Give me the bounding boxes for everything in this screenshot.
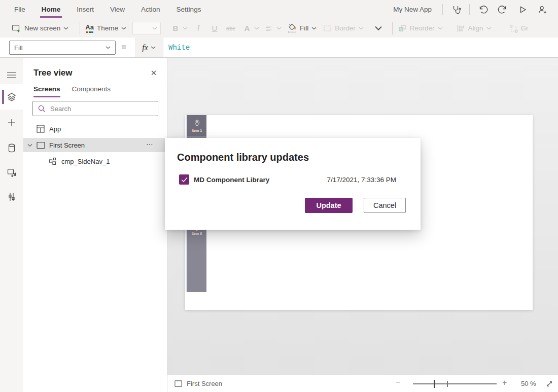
screen-icon [37, 141, 45, 149]
border-icon [323, 24, 332, 33]
tab-components[interactable]: Components [72, 85, 111, 97]
menu-settings[interactable]: Settings [168, 0, 210, 19]
app-title: My New App [393, 6, 432, 13]
component-library-updates-dialog: Component library updates MD Component L… [165, 138, 421, 230]
media-icon[interactable] [0, 162, 23, 183]
screen-checkbox-icon [175, 380, 183, 387]
font-size-dropdown[interactable] [132, 22, 161, 35]
map-pin-icon [194, 119, 200, 127]
fill-color-swatch [288, 31, 296, 33]
divider [442, 4, 443, 15]
property-dropdown[interactable]: Fill [9, 41, 116, 55]
component-icon [49, 157, 57, 165]
undo-icon[interactable] [476, 3, 490, 16]
panel-title: Tree view [33, 68, 73, 78]
menu-home[interactable]: Home [33, 0, 69, 19]
insert-plus-icon[interactable] [0, 113, 23, 133]
sidenav-item-label: Item 1 [192, 129, 202, 132]
text-align-icon [264, 24, 273, 33]
tree-row-component[interactable]: cmp_SideNav_1 [23, 154, 167, 168]
strikethrough-button[interactable]: abc [225, 25, 236, 31]
library-checkbox[interactable] [179, 174, 189, 185]
formula-input[interactable]: White [168, 43, 190, 51]
fit-to-window-icon[interactable] [545, 379, 554, 388]
checkmark-icon [181, 177, 188, 183]
font-color-button[interactable]: A [241, 24, 259, 32]
share-user-icon[interactable] [536, 3, 549, 16]
fx-icon: fx [142, 43, 148, 52]
play-preview-icon[interactable] [516, 3, 529, 16]
top-right-actions: My New App [393, 3, 558, 16]
sidenav-item-label: Item 6 [192, 232, 202, 235]
chevron-down-icon[interactable] [27, 144, 32, 147]
status-screen-label: First Screen [187, 380, 222, 387]
tree-row-label: First Screen [49, 141, 85, 149]
tree-view-icon[interactable] [0, 87, 23, 107]
new-screen-label: New screen [24, 24, 60, 32]
equals-sign: = [121, 42, 126, 52]
tab-screens[interactable]: Screens [33, 85, 60, 97]
cancel-button[interactable]: Cancel [364, 198, 406, 213]
row-more-options-icon[interactable]: ⋯ [146, 140, 154, 148]
fill-button[interactable]: Fill [288, 23, 317, 33]
group-label: Gr [521, 24, 529, 32]
zoom-slider-track[interactable] [413, 383, 497, 384]
formula-bar: Fill = fx White [0, 38, 558, 58]
zoom-in-button[interactable]: + [502, 378, 507, 387]
close-panel-icon[interactable]: ✕ [149, 68, 159, 78]
status-bar: First Screen − + 50 % [167, 375, 558, 392]
library-timestamp: 7/17/2021, 7:33:36 PM [327, 176, 396, 184]
tree-row-first-screen[interactable]: First Screen ⋯ [23, 138, 167, 152]
library-name: MD Component Library [194, 176, 269, 184]
reorder-button[interactable]: Reorder [398, 24, 443, 33]
fill-label: Fill [300, 24, 308, 32]
tree-view-panel: Tree view ✕ Screens Components App First… [23, 58, 167, 392]
theme-button[interactable]: Aa Theme [85, 23, 126, 33]
text-align-button[interactable] [264, 24, 282, 33]
left-nav-rail [0, 58, 23, 392]
tree-tabs: Screens Components [33, 85, 111, 97]
tree-row-label: cmp_SideNav_1 [61, 158, 110, 165]
advanced-tools-icon[interactable] [0, 187, 23, 207]
status-screen-item[interactable]: First Screen [175, 375, 222, 392]
fx-dropdown[interactable]: fx [135, 38, 163, 57]
app-checker-icon[interactable] [449, 3, 463, 16]
menu-action[interactable]: Action [133, 0, 168, 19]
menu-insert[interactable]: Insert [68, 0, 102, 19]
ribbon-toolbar: New screen Aa Theme B I U abc A Fill Bo [0, 19, 558, 38]
top-menu-bar: File Home Insert View Action Settings My… [0, 0, 558, 19]
align-button[interactable]: Align [456, 24, 492, 33]
border-button[interactable]: Border [323, 24, 364, 33]
italic-button[interactable]: I [193, 24, 204, 32]
update-button[interactable]: Update [305, 198, 353, 213]
toolbar-more-chevron-icon[interactable] [374, 25, 383, 31]
new-screen-button[interactable]: New screen [11, 23, 68, 33]
hamburger-menu-icon[interactable] [0, 65, 23, 85]
menu-view[interactable]: View [102, 0, 133, 19]
bold-button[interactable]: B [170, 24, 188, 32]
new-screen-icon [11, 23, 21, 33]
divider [80, 22, 80, 34]
align-icon [456, 24, 465, 33]
tree-rows: App First Screen ⋯ cmp_SideNav_1 [23, 122, 167, 170]
menu-file[interactable]: File [6, 0, 33, 19]
tree-row-app[interactable]: App [23, 122, 167, 136]
dialog-title: Component library updates [177, 152, 309, 163]
main-menu: File Home Insert View Action Settings [0, 0, 209, 19]
underline-button[interactable]: U [209, 24, 220, 32]
border-label: Border [335, 24, 356, 32]
theme-label: Theme [97, 24, 118, 32]
tree-row-label: App [49, 125, 61, 133]
search-box [32, 101, 158, 116]
zoom-out-button[interactable]: − [396, 378, 400, 387]
data-sources-icon[interactable] [0, 138, 23, 158]
sidenav-item-1[interactable]: Item 1 [187, 115, 206, 136]
zoom-slider-handle[interactable] [434, 380, 435, 388]
group-button[interactable]: Gr [509, 24, 529, 33]
align-label: Align [468, 24, 483, 32]
search-input[interactable] [50, 105, 153, 113]
zoom-slider-tick [447, 381, 448, 387]
zoom-level-value[interactable]: 50 % [521, 380, 536, 387]
group-icon [509, 24, 518, 33]
redo-icon[interactable] [496, 3, 509, 16]
